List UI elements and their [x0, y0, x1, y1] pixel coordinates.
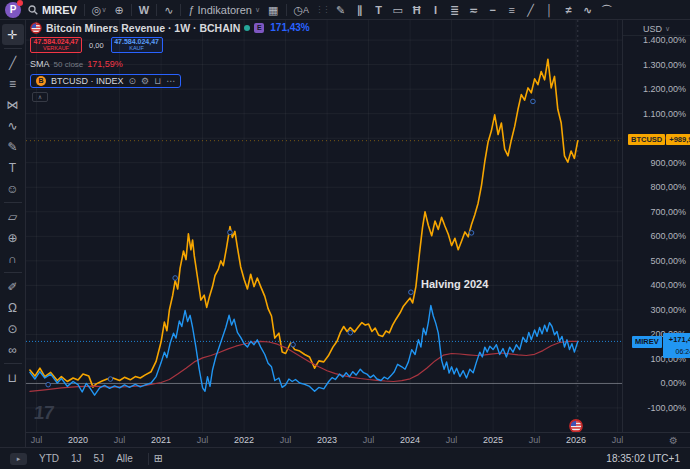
toolbar-separator — [4, 363, 22, 364]
price-tick: 300,00% — [650, 304, 686, 316]
remove-drawings-tool[interactable]: ⊔ — [2, 367, 24, 388]
curve-tool-icon[interactable]: ⌒ — [597, 2, 616, 18]
price-tick: 1.400,00% — [643, 34, 686, 46]
hide-drawings-tool[interactable]: ⊙ — [2, 318, 24, 339]
symbol-flag-button[interactable]: ◎ ∨ — [88, 2, 111, 18]
interval-button[interactable]: W — [135, 2, 153, 18]
buy-price: 47.584.024,47 — [114, 38, 159, 45]
indicators-button[interactable]: ƒ Indikatoren ∨ — [184, 2, 264, 18]
lock-all-tool[interactable]: Ω — [2, 297, 24, 318]
parallel-channel-tool-icon[interactable]: ∥ — [350, 2, 369, 18]
text-tool[interactable]: T — [2, 157, 24, 178]
calendar-icon[interactable]: ⊞ — [154, 452, 163, 465]
drawing-anchor-marker[interactable] — [531, 99, 536, 104]
mirev-tag: MIREV — [632, 336, 662, 348]
xabcd-pattern-tool[interactable]: ⋈ — [2, 94, 24, 115]
legend-collapse-button[interactable]: ∧ — [32, 92, 48, 102]
layout-grid-button[interactable]: ▦ — [264, 2, 282, 18]
trend-line-tool[interactable]: ╱ — [2, 52, 24, 73]
time-tick: Jul — [363, 435, 375, 445]
horizontal-ray-tool-icon[interactable]: − — [483, 2, 502, 18]
buy-button[interactable]: 47.584.024,47 KAUF — [111, 37, 163, 53]
price-tick: 600,00% — [650, 230, 686, 242]
brush-tool[interactable]: ✎ — [2, 136, 24, 157]
trend-line-tool-icon[interactable]: ╱ — [521, 2, 540, 18]
parallel-lines-tool-icon[interactable]: ≡ — [502, 2, 521, 18]
time-tick: 2020 — [68, 435, 88, 445]
sma-params: 50 close — [54, 60, 84, 69]
compare-add-button[interactable]: ⊕ — [111, 2, 128, 18]
line-chart-icon: ∿ — [164, 2, 173, 18]
time-tick: 2022 — [234, 435, 254, 445]
timezone-gear-icon[interactable]: ⚙ — [669, 435, 678, 446]
range-button-5j[interactable]: 5J — [94, 453, 105, 464]
btcusd-overlay-row[interactable]: B BTCUSD · INDEX ⊙ ⚙ ⊔ ⋯ — [30, 74, 181, 88]
flat-channel-tool-icon[interactable]: ≂ — [464, 2, 483, 18]
emoji-tool[interactable]: ☺ — [2, 178, 24, 199]
toolbar-separator — [131, 4, 132, 16]
sync-drawings-tool[interactable]: ∞ — [2, 339, 24, 360]
gear-icon[interactable]: ⚙ — [141, 76, 149, 86]
drag-handle-icon[interactable]: ⋮⋮ — [315, 5, 329, 14]
sine-line-tool-icon[interactable]: ∿ — [578, 2, 597, 18]
trash-icon[interactable]: ⊔ — [154, 76, 161, 86]
range-button-ytd[interactable]: YTD — [39, 453, 59, 464]
drawing-anchor-marker[interactable] — [173, 276, 178, 281]
alert-button[interactable]: ◷ A — [290, 2, 314, 18]
toolbar-separator — [286, 4, 287, 16]
panel-toggle-button[interactable]: ▸ — [10, 453, 27, 465]
toolbar-separator — [4, 202, 22, 203]
mirev-price-label: MIREV +171,43% 06:24:58 — [632, 333, 690, 358]
drawing-anchor-marker[interactable] — [108, 377, 113, 382]
chart-type-button[interactable]: ∿ — [160, 2, 177, 18]
price-tick: 500,00% — [650, 255, 686, 267]
legend-title-row[interactable]: Bitcoin Miners Revenue · 1W · BCHAIN E 1… — [30, 21, 310, 34]
vertical-line-tool-icon[interactable]: │ — [540, 2, 559, 18]
range-button-1j[interactable]: 1J — [71, 453, 82, 464]
magnet-tool[interactable]: ∩ — [2, 248, 24, 269]
measure-tool[interactable]: ▱ — [2, 206, 24, 227]
time-tick: Jul — [280, 435, 292, 445]
symbol-search-button[interactable]: MIREV — [24, 2, 81, 18]
btcusd-value: +989,91% — [666, 134, 690, 146]
drawing-anchor-marker[interactable] — [46, 382, 51, 387]
series-btcusd — [30, 59, 578, 387]
drawing-anchor-marker[interactable] — [291, 342, 296, 347]
time-axis[interactable]: ⚙ Jul2020Jul2021Jul2022Jul2023Jul2024Jul… — [0, 432, 690, 447]
price-axis[interactable]: USD ∨ 1.400,00%1.300,00%1.200,00%1.100,0… — [622, 20, 690, 432]
alert-label: A — [303, 2, 309, 18]
more-icon[interactable]: ⋯ — [166, 76, 175, 86]
price-tick: -100,00% — [647, 402, 686, 414]
mirev-value: +171,43% — [666, 334, 690, 346]
price-range-tool-icon[interactable]: I — [426, 2, 445, 18]
toolbar-separator — [4, 48, 22, 49]
pattern-tool-icon[interactable]: Ħ — [407, 2, 426, 18]
eye-icon[interactable]: ⊙ — [129, 76, 137, 86]
btcusd-tag: BTCUSD — [628, 134, 665, 146]
disjoint-channel-tool-icon[interactable]: ≠ — [559, 2, 578, 18]
range-button-alle[interactable]: Alle — [116, 453, 133, 464]
drawing-anchor-marker[interactable] — [228, 230, 233, 235]
price-tick: 1.200,00% — [643, 83, 686, 95]
clock-timezone[interactable]: 18:35:02 UTC+1 — [606, 453, 680, 464]
drawing-lock-tool[interactable]: ✐ — [2, 276, 24, 297]
rectangle-tool-icon[interactable]: ▭ — [388, 2, 407, 18]
search-icon — [28, 5, 38, 15]
price-tick: 1.300,00% — [643, 59, 686, 71]
crosshair-tool[interactable]: ✛ — [2, 24, 24, 45]
range-buttons: YTD1J5JAlle — [39, 453, 145, 464]
zoom-in-tool[interactable]: ⊕ — [2, 227, 24, 248]
drawing-anchor-marker[interactable] — [469, 231, 474, 236]
text-tool-icon[interactable]: T — [369, 2, 388, 18]
time-tick: 2023 — [317, 435, 337, 445]
sell-button[interactable]: 47.584.024,47 VERKAUF — [30, 37, 82, 53]
volume-profile-tool-icon[interactable]: ≣ — [445, 2, 464, 18]
fib-retracement-tool[interactable]: ≡ — [2, 73, 24, 94]
sma-indicator-row[interactable]: SMA 50 close 171,59% — [30, 59, 310, 69]
drawing-anchor-marker[interactable] — [409, 290, 414, 295]
brush-tool-icon[interactable]: ✎ — [331, 2, 350, 18]
elliott-wave-tool[interactable]: ∿ — [2, 115, 24, 136]
halving-annotation[interactable]: Halving 2024 — [421, 278, 489, 290]
user-avatar[interactable]: P — [5, 2, 21, 18]
drawing-anchor-marker[interactable] — [348, 330, 353, 335]
